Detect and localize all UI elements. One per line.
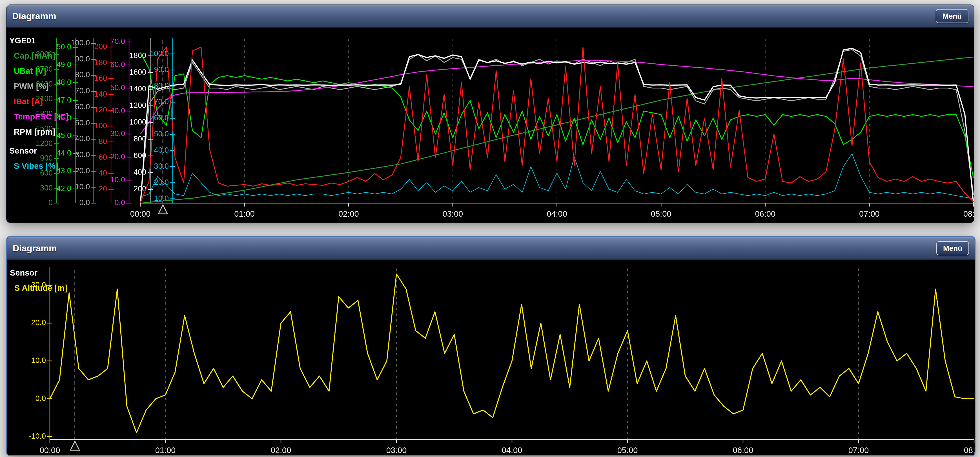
chart-area: Sensor S Altitude [m]: [7, 260, 975, 455]
window-title: Diagramm: [13, 243, 57, 253]
legend-item-svibes: S Vibes [%]: [9, 158, 69, 174]
titlebar[interactable]: Diagramm Menü: [7, 237, 975, 260]
chart-area: YGE01 Cap.[mAh] UBat [V] PWM [%] IBat [A…: [6, 28, 974, 223]
legend-device-label: YGE01: [9, 33, 69, 48]
legend-item-saltitude: S Altitude [m]: [10, 280, 67, 296]
legend-sensor-label: Sensor: [10, 265, 67, 280]
altitude-chart-canvas[interactable]: [7, 260, 975, 455]
legend-sensor-label: Sensor: [9, 143, 69, 158]
legend-item-rpm: RPM [rpm]: [9, 124, 69, 140]
legend: Sensor S Altitude [m]: [10, 265, 67, 296]
altitude-window: Diagramm Menü Sensor S Altitude [m]: [6, 236, 975, 456]
menu-button[interactable]: Menü: [936, 9, 969, 23]
legend-item-cap: Cap.[mAh]: [9, 48, 69, 64]
legend: YGE01 Cap.[mAh] UBat [V] PWM [%] IBat [A…: [9, 33, 69, 174]
titlebar[interactable]: Diagramm Menü: [6, 5, 974, 28]
telemetry-chart-canvas[interactable]: [6, 28, 974, 223]
menu-button[interactable]: Menü: [936, 241, 969, 255]
window-title: Diagramm: [12, 11, 56, 21]
legend-item-pwm: PWM [%]: [9, 79, 69, 94]
legend-item-ubat: UBat [V]: [9, 64, 69, 79]
legend-item-ibat: IBat [A]: [9, 94, 69, 109]
legend-item-tempesc: TempESC [°C]: [9, 109, 69, 124]
telemetry-window: Diagramm Menü YGE01 Cap.[mAh] UBat [V] P…: [6, 5, 974, 223]
